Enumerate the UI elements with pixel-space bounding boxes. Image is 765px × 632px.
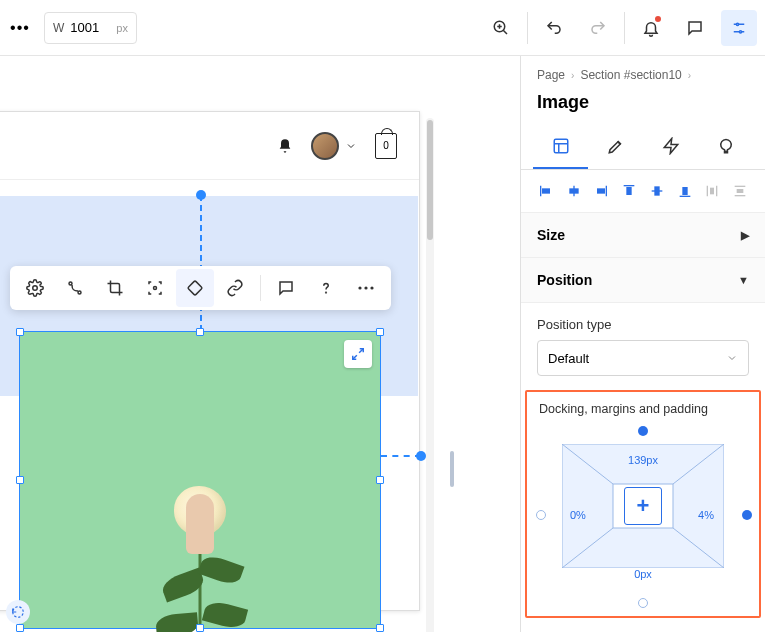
section-size[interactable]: Size ▶ bbox=[521, 213, 765, 258]
distribute-v-button[interactable] bbox=[729, 180, 751, 202]
avatar bbox=[311, 132, 339, 160]
divider bbox=[527, 12, 528, 44]
svg-point-15 bbox=[154, 287, 157, 290]
chevron-down-icon bbox=[345, 140, 357, 152]
margin-guide-right bbox=[381, 455, 421, 457]
more-menu-button[interactable]: ••• bbox=[8, 19, 32, 37]
anchor-top-icon bbox=[196, 190, 206, 200]
breadcrumb: Page › Section #section10 › bbox=[521, 56, 765, 86]
chevron-right-icon: › bbox=[571, 70, 574, 81]
redo-button[interactable] bbox=[580, 10, 616, 46]
divider bbox=[624, 12, 625, 44]
svg-rect-34 bbox=[655, 187, 659, 195]
notifications-button[interactable] bbox=[633, 10, 669, 46]
svg-rect-36 bbox=[683, 188, 687, 195]
cart-button[interactable]: 0 bbox=[375, 133, 397, 159]
comments-button[interactable] bbox=[677, 10, 713, 46]
width-unit: px bbox=[116, 22, 128, 34]
svg-rect-28 bbox=[570, 189, 578, 193]
margin-bottom-value[interactable]: 0px bbox=[634, 568, 652, 580]
align-left-button[interactable] bbox=[535, 180, 557, 202]
selected-image[interactable] bbox=[19, 331, 381, 629]
position-type-select[interactable]: Default bbox=[537, 340, 749, 376]
resize-handle-mr[interactable] bbox=[376, 476, 384, 484]
section-position-label: Position bbox=[537, 272, 592, 288]
link-button[interactable] bbox=[216, 269, 254, 307]
dock-pin-bottom[interactable] bbox=[638, 598, 648, 608]
crop-button[interactable] bbox=[96, 269, 134, 307]
padding-add-button[interactable]: + bbox=[624, 487, 662, 525]
divider bbox=[260, 275, 261, 301]
help-button[interactable] bbox=[307, 269, 345, 307]
more-button[interactable] bbox=[347, 269, 385, 307]
svg-point-9 bbox=[739, 30, 741, 32]
comment-button[interactable] bbox=[267, 269, 305, 307]
resize-handle-ml[interactable] bbox=[16, 476, 24, 484]
dock-pin-left[interactable] bbox=[536, 510, 546, 520]
settings-button[interactable] bbox=[16, 269, 54, 307]
align-right-button[interactable] bbox=[591, 180, 613, 202]
svg-rect-16 bbox=[188, 281, 203, 296]
width-label: W bbox=[53, 21, 64, 35]
svg-rect-30 bbox=[598, 189, 605, 193]
inspector-toggle-button[interactable] bbox=[721, 10, 757, 46]
top-toolbar: ••• W px bbox=[0, 0, 765, 56]
svg-point-14 bbox=[78, 291, 81, 294]
margin-right-value[interactable]: 4% bbox=[698, 509, 714, 521]
expand-image-button[interactable] bbox=[344, 340, 372, 368]
docking-control[interactable]: + 139px 0% 4% 0px bbox=[538, 430, 748, 600]
scrollbar-thumb[interactable] bbox=[427, 120, 433, 240]
align-center-v-button[interactable] bbox=[646, 180, 668, 202]
width-value-field[interactable] bbox=[70, 20, 110, 35]
section-position[interactable]: Position ▼ bbox=[521, 258, 765, 303]
resize-handle-br[interactable] bbox=[376, 624, 384, 632]
svg-point-18 bbox=[358, 286, 361, 289]
toolbar-right bbox=[483, 10, 757, 46]
dock-pin-right[interactable] bbox=[742, 510, 752, 520]
docking-section-highlight: Docking, margins and padding + 139px 0% … bbox=[525, 390, 761, 618]
align-center-h-button[interactable] bbox=[563, 180, 585, 202]
docking-label: Docking, margins and padding bbox=[537, 402, 749, 416]
editor-canvas[interactable]: 0 bbox=[0, 56, 520, 632]
canvas-width-input[interactable]: W px bbox=[44, 12, 137, 44]
resize-handle-tm[interactable] bbox=[196, 328, 204, 336]
distribute-h-button[interactable] bbox=[702, 180, 724, 202]
site-header: 0 bbox=[0, 112, 419, 180]
collapse-arrow-icon: ▶ bbox=[741, 229, 749, 242]
undo-button[interactable] bbox=[536, 10, 572, 46]
inspector-tabs bbox=[521, 125, 765, 170]
zoom-in-button[interactable] bbox=[483, 10, 519, 46]
animation-button[interactable] bbox=[56, 269, 94, 307]
dock-pin-top[interactable] bbox=[638, 426, 648, 436]
align-bottom-button[interactable] bbox=[674, 180, 696, 202]
resize-handle-bl[interactable] bbox=[16, 624, 24, 632]
panel-resize-handle[interactable] bbox=[450, 451, 454, 487]
expand-arrow-icon: ▼ bbox=[738, 274, 749, 286]
margin-top-value[interactable]: 139px bbox=[628, 454, 658, 466]
tab-design[interactable] bbox=[588, 125, 643, 169]
mask-button[interactable] bbox=[176, 269, 214, 307]
resize-handle-tl[interactable] bbox=[16, 328, 24, 336]
tab-layout[interactable] bbox=[533, 125, 588, 169]
canvas-scrollbar[interactable] bbox=[426, 118, 434, 632]
crumb-section[interactable]: Section #section10 bbox=[580, 68, 681, 82]
margin-left-value[interactable]: 0% bbox=[570, 509, 586, 521]
crumb-page[interactable]: Page bbox=[537, 68, 565, 82]
resize-handle-tr[interactable] bbox=[376, 328, 384, 336]
svg-rect-39 bbox=[711, 188, 714, 193]
focal-point-button[interactable] bbox=[136, 269, 174, 307]
position-type-value: Default bbox=[548, 351, 589, 366]
tab-interactions[interactable] bbox=[643, 125, 698, 169]
context-toolbar bbox=[10, 266, 391, 310]
inspector-title: Image bbox=[521, 86, 765, 125]
align-top-button[interactable] bbox=[618, 180, 640, 202]
svg-point-13 bbox=[69, 282, 72, 285]
account-menu[interactable] bbox=[311, 132, 357, 160]
inspector-panel: Page › Section #section10 › Image Size ▶… bbox=[520, 56, 765, 632]
tab-effects[interactable] bbox=[698, 125, 753, 169]
resize-handle-bm[interactable] bbox=[196, 624, 204, 632]
svg-point-12 bbox=[33, 286, 38, 291]
header-bell-icon[interactable] bbox=[277, 138, 293, 154]
history-button[interactable] bbox=[6, 600, 30, 624]
svg-rect-42 bbox=[737, 190, 742, 193]
